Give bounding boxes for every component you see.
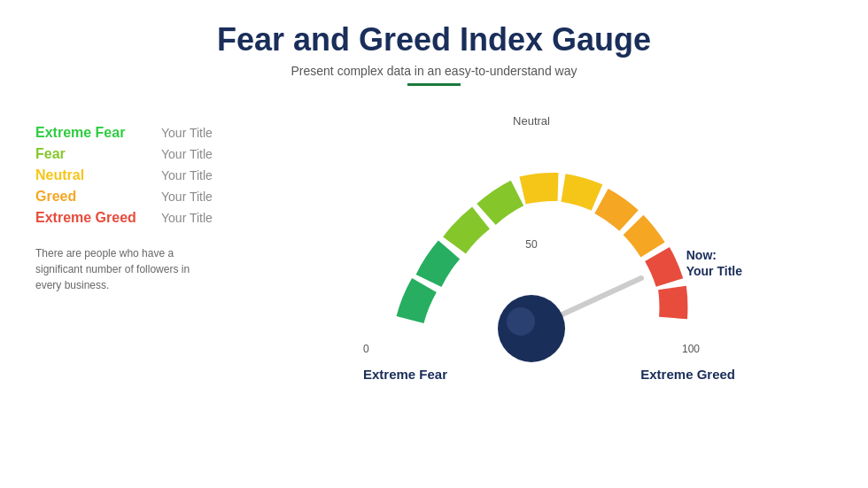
now-label: Now: Your Title	[686, 247, 742, 279]
legend-value-neutral: Your Title	[161, 168, 213, 182]
now-value: Your Title	[686, 264, 742, 278]
legend-value-extreme-greed: Your Title	[161, 211, 213, 225]
page-title: Fear and Greed Index Gauge	[217, 21, 651, 58]
label-0: 0	[363, 343, 369, 355]
legend-label-greed: Greed	[35, 189, 151, 205]
center-highlight	[507, 307, 535, 336]
now-text: Now:	[686, 248, 717, 262]
page: Fear and Greed Index Gauge Present compl…	[0, 0, 868, 488]
legend-value-extreme-fear: Your Title	[161, 126, 213, 140]
legend-item-neutral: NeutralYour Title	[35, 167, 230, 183]
legend-label-extreme-greed: Extreme Greed	[35, 210, 151, 226]
legend-label-extreme-fear: Extreme Fear	[35, 125, 151, 141]
legend-label-neutral: Neutral	[35, 167, 151, 183]
legend-item-fear: FearYour Title	[35, 146, 230, 162]
page-subtitle: Present complex data in an easy-to-under…	[291, 64, 577, 78]
neutral-label: Neutral	[513, 114, 550, 128]
label-50: 50	[525, 238, 537, 251]
gauge-wrap: Neutral	[301, 107, 762, 391]
legend-item-greed: GreedYour Title	[35, 189, 230, 205]
legend-value-fear: Your Title	[161, 147, 213, 161]
legend-value-greed: Your Title	[161, 190, 213, 204]
legend-description: There are people who have a significant …	[35, 245, 195, 293]
extreme-greed-gauge-label: Extreme Greed	[640, 367, 735, 382]
legend-item-extreme-greed: Extreme GreedYour Title	[35, 210, 230, 226]
title-underline	[407, 83, 461, 86]
legend-item-extreme-fear: Extreme FearYour Title	[35, 125, 230, 141]
label-100: 100	[682, 343, 700, 355]
extreme-fear-gauge-label: Extreme Fear	[363, 367, 447, 382]
gauge-container: Neutral	[230, 107, 833, 391]
legend-label-fear: Fear	[35, 146, 151, 162]
content-row: Extreme FearYour TitleFearYour TitleNeut…	[0, 107, 868, 391]
legend: Extreme FearYour TitleFearYour TitleNeut…	[35, 107, 230, 293]
